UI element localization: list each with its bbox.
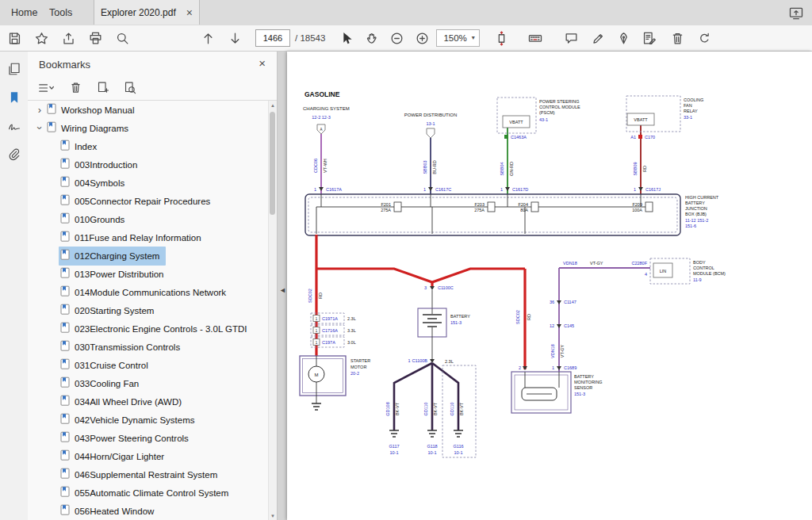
svg-text:151-6: 151-6 (685, 224, 696, 228)
svg-text:RD: RD (527, 314, 531, 320)
delete-icon[interactable] (668, 29, 688, 48)
acrobat-window: Home Tools Explorer 2020.pdf × (0, 0, 812, 520)
chevron-icon[interactable]: › (34, 105, 45, 115)
svg-text:SDC02: SDC02 (308, 289, 312, 303)
page-number-input[interactable] (255, 29, 290, 47)
bookmark-label: 030Transmission Controls (75, 342, 180, 352)
touch-mode-icon[interactable] (526, 29, 545, 48)
delete-bookmark-icon[interactable] (66, 78, 85, 98)
bookmark-page-icon (60, 431, 70, 445)
svg-text:(PSCM): (PSCM) (539, 110, 555, 115)
bookmark-item[interactable]: 020Starting System (28, 301, 269, 319)
bookmarks-scrollbar[interactable]: ▲ ▼ (268, 101, 277, 520)
bookmark-item[interactable]: 013Power Distribution (28, 265, 269, 283)
bookmark-item[interactable]: 005Connector Repair Procedures (28, 192, 269, 210)
close-tab-icon[interactable]: × (186, 7, 193, 18)
scroll-mode-icon[interactable] (492, 29, 511, 48)
svg-text:1: 1 (423, 187, 426, 192)
bookmark-item[interactable]: 031Cruise Control (28, 356, 269, 374)
zoom-level-dropdown[interactable]: 150% ▾ (436, 29, 479, 47)
share-screen-icon[interactable] (787, 4, 806, 23)
star-icon[interactable] (32, 29, 51, 48)
bookmarks-icon[interactable] (0, 86, 28, 109)
collapse-panel-icon[interactable]: ◄ (279, 286, 286, 294)
bookmark-item[interactable]: › Workshop Manual (28, 101, 269, 119)
bookmark-item[interactable]: 034All Wheel Drive (AWD) (28, 392, 269, 411)
bookmark-item[interactable]: 044Horn/Cigar Lighter (28, 447, 269, 465)
bookmark-label: Index (75, 142, 97, 151)
next-page-icon[interactable] (225, 29, 244, 48)
svg-text:SBB03: SBB03 (423, 160, 427, 174)
bookmark-item[interactable]: 014Module Communications Network (28, 283, 269, 301)
close-panel-icon[interactable]: × (259, 56, 266, 70)
bookmark-label: 003Introduction (75, 160, 137, 170)
sign-document-icon[interactable] (640, 29, 659, 48)
bookmark-item[interactable]: 042Vehicle Dynamic Systems (28, 411, 269, 429)
print-icon[interactable] (86, 29, 105, 48)
home-tab[interactable]: Home (6, 0, 42, 25)
comment-icon[interactable] (562, 29, 581, 48)
signatures-icon[interactable] (0, 115, 28, 137)
bookmark-item[interactable]: › Wiring Diagrams (28, 119, 269, 137)
find-icon[interactable] (113, 29, 132, 48)
rotate-icon[interactable] (695, 29, 714, 48)
svg-text:C197A: C197A (322, 340, 335, 345)
bookmark-item[interactable]: 010Grounds (28, 210, 269, 228)
zoom-in-icon[interactable] (412, 29, 431, 48)
tools-tab[interactable]: Tools (44, 0, 77, 25)
caret-down-icon: ▾ (472, 35, 475, 41)
svg-text:1C1100B: 1C1100B (408, 358, 427, 363)
bookmark-options-icon[interactable] (34, 78, 58, 98)
bookmark-item[interactable]: 023Electronic Engine Controls - 3.0L GTD… (28, 319, 269, 338)
body-control-module: LIN C2280F 4 VDN18 VT-GY BODY CONTROL MO… (550, 258, 726, 372)
bookmark-label: 004Symbols (75, 178, 124, 188)
hand-tool-icon[interactable] (362, 29, 381, 48)
bookmark-item[interactable]: 033Cooling Fan (28, 374, 269, 392)
pencil-icon[interactable] (589, 29, 608, 48)
attachments-icon[interactable] (0, 143, 28, 166)
document-tab[interactable]: Explorer 2020.pdf × (94, 0, 200, 25)
svg-text:2.3L: 2.3L (445, 359, 454, 364)
bookmark-item[interactable]: 043Power Steering Controls (28, 429, 269, 447)
svg-text:10-1: 10-1 (454, 450, 462, 455)
svg-text:BK-VT: BK-VT (459, 402, 464, 415)
bookmark-label: 005Connector Repair Procedures (75, 197, 210, 206)
panel-title: Bookmarks (39, 59, 90, 71)
fill-sign-icon[interactable] (615, 29, 634, 48)
bookmark-item[interactable]: 003Introduction (28, 155, 269, 174)
bookmark-label: 014Module Communications Network (75, 288, 226, 297)
bookmark-item[interactable]: 055Automatic Climate Control System (28, 484, 269, 502)
previous-page-icon[interactable] (198, 29, 217, 48)
chevron-icon[interactable]: › (35, 123, 45, 134)
bookmark-page-icon (60, 340, 70, 354)
svg-text:151-3: 151-3 (574, 392, 585, 396)
save-icon[interactable] (5, 29, 24, 48)
bookmark-item[interactable]: 004Symbols (28, 174, 269, 192)
page-thumbnails-icon[interactable] (0, 58, 28, 80)
svg-text:MOTOR: MOTOR (350, 365, 366, 369)
bookmark-item[interactable]: Index (28, 137, 269, 155)
bookmark-item[interactable]: 046Supplemental Restraint System (28, 465, 269, 484)
starter-motor: 1 C1971A 2.3L 1 C1716A 3.3L 1 C197A 3.0L (300, 313, 370, 410)
svg-text:GD110: GD110 (450, 402, 454, 415)
scrollbar-thumb[interactable] (270, 112, 275, 215)
bookmark-item[interactable]: 011Fuse and Relay Information (28, 228, 269, 247)
bookmark-item[interactable]: 030Transmission Controls (28, 338, 269, 356)
find-bookmark-icon[interactable] (120, 78, 139, 98)
svg-text:3.3L: 3.3L (347, 328, 356, 333)
new-bookmark-icon[interactable] (93, 78, 112, 98)
svg-text:1: 1 (314, 187, 316, 192)
share-icon[interactable] (59, 29, 78, 48)
bookmark-item[interactable]: 056Heated Window (28, 502, 269, 520)
scroll-down-icon[interactable]: ▼ (269, 514, 277, 518)
scroll-up-icon[interactable]: ▲ (269, 103, 277, 108)
svg-text:RD: RD (642, 166, 647, 172)
svg-text:POWER STEERING: POWER STEERING (539, 99, 579, 104)
bookmark-item[interactable]: 012Charging System (28, 247, 269, 265)
select-tool-icon[interactable] (336, 29, 355, 48)
svg-text:G118: G118 (427, 444, 437, 449)
zoom-out-icon[interactable] (387, 29, 406, 48)
svg-text:GN-RD: GN-RD (509, 162, 514, 176)
svg-text:MONITORING: MONITORING (574, 380, 603, 384)
svg-text:11-12 151-2: 11-12 151-2 (685, 218, 708, 223)
